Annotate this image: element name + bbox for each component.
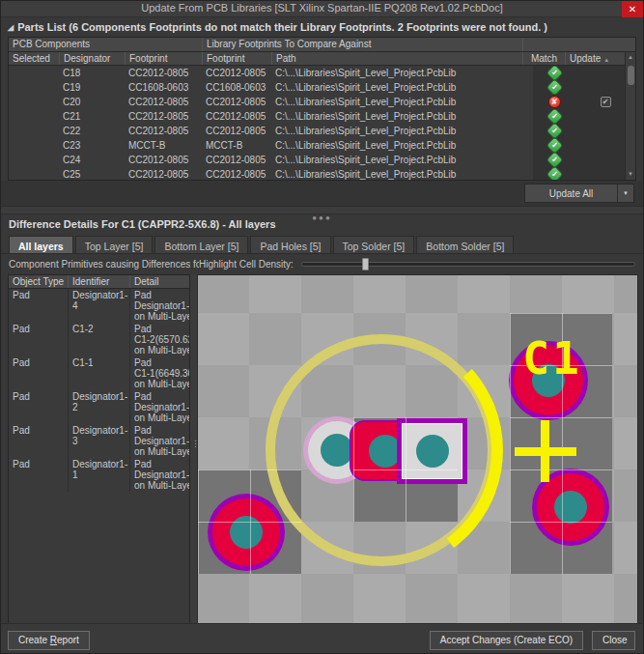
footer: Create Report Accept Changes (Create ECO… <box>1 623 643 653</box>
create-report-button[interactable]: Create Report <box>8 631 90 650</box>
list-item[interactable]: Pad C1-1 PadC1-1(6649.362non Multi-Layer <box>9 356 189 390</box>
table-row[interactable]: C23 MCCT-B MCCT-B C:\...\Libraries\Spiri… <box>9 138 635 153</box>
tab-top-layer[interactable]: Top Layer [5] <box>75 236 154 254</box>
dialog-title: Update From PCB Libraries [SLT Xilinx Sp… <box>1 2 643 14</box>
column-header-footprint[interactable]: Footprint <box>125 52 202 65</box>
match-status-icon <box>546 138 562 153</box>
column-header-path[interactable]: Path <box>271 52 522 65</box>
difference-details-title: Difference Details For C1 (CAPPR2-5X6.8)… <box>9 215 635 233</box>
update-checkbox[interactable] <box>601 97 611 107</box>
match-status-icon <box>546 167 562 181</box>
density-slider-thumb[interactable] <box>362 258 369 270</box>
match-status-icon <box>546 80 562 95</box>
list-item[interactable]: Pad Designator1-3 PadDesignator1-3(on Mu… <box>9 424 189 458</box>
horizontal-splitter[interactable]: ●●● <box>1 206 643 214</box>
column-header-designator[interactable]: Designator <box>59 52 125 65</box>
update-all-strip: Update All ▼ <box>1 181 643 206</box>
sort-icon: ▲ <box>603 57 609 63</box>
tab-top-solder[interactable]: Top Solder [5] <box>333 236 415 254</box>
match-status-icon <box>546 109 562 124</box>
column-header-detail[interactable]: Detail <box>129 275 189 288</box>
table-row[interactable]: C20 CC2012-0805 CC2012-0805 C:\...\Libra… <box>9 95 635 109</box>
group-header-blank <box>522 38 635 51</box>
list-item[interactable]: Pad Designator1-4 PadDesignator1-4(on Mu… <box>9 289 189 323</box>
layer-tabs: All layers Top Layer [5] Bottom Layer [5… <box>9 236 635 254</box>
primitives-table-header: Object Type Identifier Detail <box>9 275 189 289</box>
group-header-library-footprints: Library Footprints To Compare Against <box>202 38 522 51</box>
group-header-pcb-components: PCB Components <box>9 38 202 51</box>
scroll-up-icon[interactable]: ▲ <box>626 52 635 63</box>
density-label: Highlight Cell Density: <box>199 259 294 270</box>
density-slider[interactable] <box>301 262 635 267</box>
table-row[interactable]: C19 CC1608-0603 CC1608-0603 C:\...\Libra… <box>9 80 635 95</box>
pad-square-gray <box>397 418 467 484</box>
column-header-update[interactable]: Update▲ <box>565 52 625 65</box>
column-header-lib-footprint[interactable]: Footprint <box>202 52 271 65</box>
tab-bottom-layer[interactable]: Bottom Layer [5] <box>154 236 248 254</box>
list-item[interactable]: Pad Designator1-1 PadDesignator1-1(on Mu… <box>9 458 189 492</box>
list-item[interactable]: Pad Designator1-2 PadDesignator1-2(on Mu… <box>9 390 189 424</box>
parts-table-scrollbar[interactable]: ▲ ▼ <box>625 52 635 180</box>
collapse-icon[interactable]: ◢ <box>8 19 14 37</box>
column-header-match[interactable]: Match <box>522 52 565 65</box>
parts-table-column-header: Selected Designator Footprint Footprint … <box>9 52 635 66</box>
table-row[interactable]: C21 CC2012-0805 CC2012-0805 C:\...\Libra… <box>9 109 635 124</box>
parts-list-title: Parts List (6 Components Footprints do n… <box>17 21 547 33</box>
accept-changes-button[interactable]: Accept Changes (Create ECO) <box>430 631 583 650</box>
parts-table: PCB Components Library Footprints To Com… <box>8 37 636 181</box>
close-button[interactable]: Close <box>592 631 635 650</box>
tab-bottom-solder[interactable]: Bottom Solder [5] <box>416 236 514 254</box>
scroll-down-icon[interactable]: ▼ <box>626 169 635 180</box>
column-header-identifier[interactable]: Identifier <box>68 275 129 288</box>
list-item[interactable]: Pad C1-2 PadC1-2(6570.622non Multi-Layer <box>9 323 189 356</box>
tab-pad-holes[interactable]: Pad Holes [5] <box>250 236 330 254</box>
chevron-down-icon[interactable]: ▼ <box>618 190 633 196</box>
match-status-icon <box>549 97 560 107</box>
vertical-splitter[interactable]: ⋮ <box>190 274 197 624</box>
table-row[interactable]: C25 CC2012-0805 CC2012-0805 C:\...\Libra… <box>9 167 635 181</box>
primitives-label: Component Primitives causing Differences… <box>9 259 199 270</box>
match-status-icon <box>546 124 562 138</box>
column-header-object-type[interactable]: Object Type <box>9 275 68 288</box>
match-status-icon <box>546 153 562 167</box>
update-all-label: Update All <box>525 188 617 199</box>
primitives-table: Object Type Identifier Detail Pad Design… <box>8 274 190 624</box>
scrollbar-thumb[interactable] <box>628 66 634 85</box>
table-row[interactable]: C22 CC2012-0805 CC2012-0805 C:\...\Libra… <box>9 124 635 138</box>
pad-bottom-left <box>208 494 285 571</box>
table-row[interactable]: C24 CC2012-0805 CC2012-0805 C:\...\Libra… <box>9 153 635 167</box>
update-all-button[interactable]: Update All ▼ <box>524 184 634 203</box>
match-status-icon <box>546 66 562 80</box>
parts-table-group-header: PCB Components Library Footprints To Com… <box>9 38 635 52</box>
details-controls: Component Primitives causing Differences… <box>9 255 635 273</box>
close-icon[interactable]: ✕ <box>622 1 643 17</box>
pcb-difference-preview[interactable]: C1 <box>197 274 638 624</box>
reference-designator-label: C1 <box>504 336 601 381</box>
title-bar[interactable]: Update From PCB Libraries [SLT Xilinx Sp… <box>1 1 643 17</box>
tab-all-layers[interactable]: All layers <box>9 236 73 254</box>
table-row[interactable]: C18 CC2012-0805 CC2012-0805 C:\...\Libra… <box>9 66 635 80</box>
parts-list-section-header[interactable]: ◢Parts List (6 Components Footprints do … <box>8 18 636 36</box>
column-header-selected[interactable]: Selected <box>9 52 59 65</box>
update-from-pcb-libraries-dialog: Update From PCB Libraries [SLT Xilinx Sp… <box>0 0 644 654</box>
